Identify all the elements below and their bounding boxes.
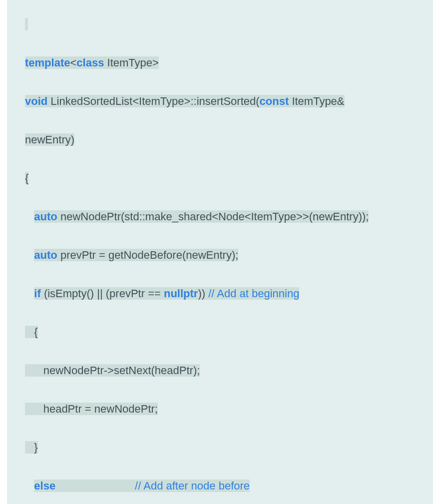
token: )): [198, 287, 208, 300]
code-block-1: template<class ItemType> void LinkedSort…: [7, 0, 433, 504]
code-line: {: [25, 169, 428, 188]
code-line: auto prevPtr = getNodeBefore(newEntry);: [25, 246, 428, 265]
token-keyword: const: [260, 95, 289, 107]
code-line: template<class ItemType>: [25, 53, 428, 73]
code-line: }: [25, 438, 428, 458]
token-comment: // Add at beginning: [208, 287, 299, 300]
token-keyword: template: [25, 56, 70, 69]
code-line: auto newNodePtr(std::make_shared<Node<It…: [25, 207, 428, 227]
code-line: else // Add after node before: [25, 477, 428, 496]
code-line: {: [25, 323, 428, 342]
code-pre-1: template<class ItemType> void LinkedSort…: [25, 15, 428, 496]
token-keyword: else: [34, 480, 55, 492]
code-line: headPtr = newNodePtr;: [25, 400, 428, 419]
token-keyword: auto: [34, 210, 57, 223]
code-line: [25, 15, 428, 34]
code-line: newEntry): [25, 130, 428, 150]
token-comment: // Add after node before: [135, 480, 250, 492]
token-keyword: if: [34, 287, 40, 300]
token: (isEmpty() || (prevPtr ==: [41, 287, 164, 300]
code-line: newNodePtr->setNext(headPtr);: [25, 361, 428, 381]
indent: [25, 210, 34, 223]
token-keyword: void: [25, 95, 47, 107]
token: ItemType&: [289, 95, 344, 107]
indent: [25, 287, 34, 300]
token: }: [25, 441, 38, 454]
code-line: if (isEmpty() || (prevPtr == nullptr)) /…: [25, 284, 428, 304]
token: {: [25, 172, 28, 184]
token: headPtr = newNodePtr;: [25, 403, 158, 415]
code-line: void LinkedSortedList<ItemType>::insertS…: [25, 92, 428, 111]
token: newNodePtr->setNext(headPtr);: [25, 364, 200, 377]
token: newNodePtr(std::make_shared<Node<ItemTyp…: [57, 210, 369, 223]
token: <: [70, 56, 76, 69]
token: LinkedSortedList<ItemType>::insertSorted…: [47, 95, 259, 107]
pad: [55, 480, 135, 492]
token-keyword: class: [76, 56, 104, 69]
token: ItemType>: [104, 56, 158, 69]
token-keyword: nullptr: [164, 287, 198, 300]
token-keyword: auto: [34, 249, 57, 261]
indent: [25, 249, 34, 261]
token: {: [25, 326, 38, 338]
code-document: template<class ItemType> void LinkedSort…: [0, 0, 440, 504]
token: prevPtr = getNodeBefore(newEntry);: [57, 249, 239, 261]
indent: [25, 480, 34, 492]
token: newEntry): [25, 133, 74, 146]
